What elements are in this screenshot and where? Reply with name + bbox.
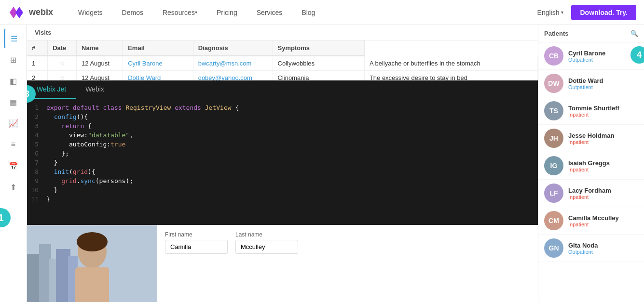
sidebar-icon-calendar[interactable]: 📅 — [4, 156, 23, 175]
sidebar-icon-list[interactable]: ≡ — [4, 135, 23, 154]
code-line-8: 8 init(grid){ — [27, 167, 538, 176]
patient-avatar: TS — [544, 101, 563, 120]
logo-text: webix — [29, 7, 53, 17]
code-line-9: 9 grid.sync(persons); — [27, 176, 538, 185]
patient-name: Camilla Mcculley — [568, 214, 638, 222]
patient-status: Inpatient — [568, 139, 638, 145]
patient-info: Dottie Ward Outpatient — [568, 77, 638, 90]
sidebar-icon-grid[interactable]: ⊞ — [4, 50, 23, 69]
webix-logo-icon — [8, 4, 25, 21]
patient-photo — [27, 225, 157, 302]
code-line-5: 5 autoConfig:true — [27, 140, 538, 149]
visits-title: Visits — [27, 25, 538, 40]
patient-list-item[interactable]: DW Dottie Ward Outpatient — [538, 70, 644, 97]
col-header-symptoms: Symptoms — [273, 40, 364, 56]
cell-diagnosis: Collywobbles — [273, 56, 364, 71]
patient-list: CB Cyril Barone Outpatient 4 DW Dottie W… — [538, 42, 644, 302]
patient-name: Isaiah Greggs — [568, 159, 638, 167]
patient-status: Inpatient — [568, 194, 638, 200]
patient-list-item[interactable]: LF Lacy Fordham Inpatient — [538, 180, 644, 207]
code-panel: 3 Webix Jet Webix 1 export default class… — [27, 80, 538, 225]
nav-pricing[interactable]: Pricing — [207, 0, 247, 25]
first-name-input[interactable] — [165, 240, 228, 254]
svg-marker-1 — [15, 7, 23, 18]
cell-email[interactable]: bwcarty@msn.com — [193, 56, 273, 71]
download-button[interactable]: Download. Try. — [571, 5, 636, 20]
patient-avatar: DW — [544, 74, 563, 93]
nav-widgets[interactable]: Widgets — [69, 0, 112, 25]
sidebar-icon-layers[interactable]: ◧ — [4, 71, 23, 91]
col-header-date: Date — [48, 40, 77, 56]
patient-name: Jesse Holdman — [568, 132, 638, 139]
patient-list-item[interactable]: GN Gita Noda Outpatient — [538, 235, 644, 262]
table-row[interactable]: 1 ☆ 12 August Cyril Barone bwcarty@msn.c… — [27, 56, 538, 71]
code-line-10: 10 } — [27, 185, 538, 195]
patients-title: Patients — [544, 30, 569, 37]
patient-list-item[interactable]: CM Camilla Mcculley Inpatient — [538, 207, 644, 235]
patient-name: Tommie Shurtleff — [568, 105, 638, 112]
patient-name: Gita Noda — [568, 242, 638, 249]
col-header-diagnosis: Diagnosis — [193, 40, 273, 56]
sidebar-icon-dashboard[interactable]: ▦ — [4, 92, 23, 112]
code-content: 1 export default class RegistryView exte… — [27, 99, 538, 223]
patient-avatar: CB — [544, 46, 563, 66]
patient-status: Inpatient — [568, 112, 638, 118]
first-name-label: First name — [165, 231, 228, 238]
top-navbar: webix Widgets Demos Resources Pricing Se… — [0, 0, 644, 25]
code-line-6: 6 }; — [27, 149, 538, 158]
patients-search-icon[interactable]: 🔍 — [630, 30, 638, 37]
photo-placeholder — [27, 225, 157, 302]
right-panel: Patients 🔍 CB Cyril Barone Outpatient 4 … — [538, 25, 644, 302]
main-layout: ☰ ⊞ ◧ ▦ 📈 ≡ 📅 ⬆ 1 Visits # Date Name E — [0, 25, 644, 302]
bottom-panel: First name Last name — [27, 225, 538, 302]
svg-rect-9 — [75, 267, 109, 302]
patient-list-item[interactable]: JH Jesse Holdman Inpatient — [538, 125, 644, 152]
cell-id: 1 — [27, 56, 48, 71]
tab-webix[interactable]: Webix — [76, 80, 114, 99]
code-line-2: 2 config(){ — [27, 112, 538, 121]
patient-list-item[interactable]: IG Isaiah Greggs Inpatient — [538, 152, 644, 180]
sidebar-icon-menu[interactable]: ☰ — [4, 29, 23, 48]
code-line-7: 7 } — [27, 158, 538, 167]
form-area: First name Last name — [157, 225, 538, 302]
last-name-group: Last name — [235, 231, 298, 296]
patients-header: Patients 🔍 — [538, 25, 644, 42]
sidebar-icon-chart[interactable]: 📈 — [4, 114, 23, 133]
last-name-input[interactable] — [235, 240, 298, 254]
table-header-row: # Date Name Email Diagnosis Symptoms — [27, 40, 538, 56]
col-header-id: # — [27, 40, 48, 56]
cell-symptoms: A bellyache or butterflies in the stomac… — [364, 56, 537, 71]
step-badge-1: 1 — [0, 208, 11, 227]
patient-info: Jesse Holdman Inpatient — [568, 132, 638, 145]
logo[interactable]: webix — [8, 4, 53, 21]
nav-blog[interactable]: Blog — [292, 0, 325, 25]
patient-status: Inpatient — [568, 222, 638, 227]
patient-avatar: IG — [544, 156, 563, 175]
nav-resources[interactable]: Resources — [153, 0, 207, 25]
language-selector[interactable]: English — [537, 9, 564, 16]
nav-services[interactable]: Services — [247, 0, 292, 25]
nav-demos[interactable]: Demos — [112, 0, 153, 25]
visits-section: Visits # Date Name Email Diagnosis Sympt… — [27, 25, 538, 225]
content-area: Visits # Date Name Email Diagnosis Sympt… — [27, 25, 538, 302]
patient-list-item[interactable]: CB Cyril Barone Outpatient 4 — [538, 42, 644, 70]
navbar-right: English Download. Try. — [537, 5, 636, 20]
cell-star[interactable]: ☆ — [48, 56, 77, 71]
patient-status: Outpatient — [568, 249, 638, 255]
code-tabs: Webix Jet Webix — [27, 80, 538, 99]
first-name-group: First name — [165, 231, 228, 296]
patient-avatar: JH — [544, 129, 563, 148]
patient-list-item[interactable]: TS Tommie Shurtleff Inpatient — [538, 97, 644, 125]
star-empty-icon[interactable]: ☆ — [59, 60, 65, 67]
patient-info: Isaiah Greggs Inpatient — [568, 159, 638, 172]
code-line-1: 1 export default class RegistryView exte… — [27, 103, 538, 112]
code-line-4: 4 view:"datatable", — [27, 131, 538, 140]
patient-info: Camilla Mcculley Inpatient — [568, 214, 638, 227]
patient-avatar: CM — [544, 211, 563, 230]
patient-name: Lacy Fordham — [568, 187, 638, 194]
col-header-name: Name — [77, 40, 123, 56]
cell-name[interactable]: Cyril Barone — [123, 56, 193, 71]
patient-status: Outpatient — [568, 84, 638, 90]
sidebar-icon-upload[interactable]: ⬆ — [4, 177, 23, 197]
step-badge-4: 4 — [630, 46, 644, 64]
